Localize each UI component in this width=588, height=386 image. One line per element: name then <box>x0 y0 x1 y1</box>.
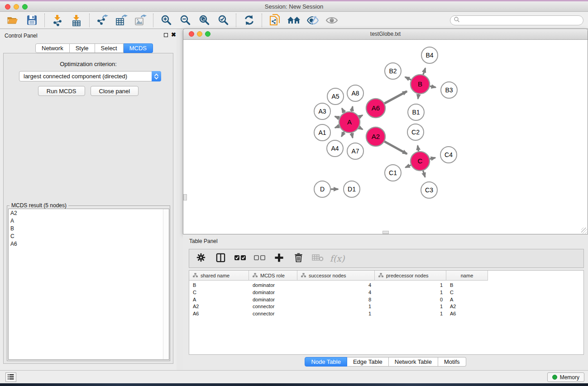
graph-node-C1[interactable]: C1 <box>385 165 401 181</box>
graph-node-A2[interactable]: A2 <box>366 127 385 146</box>
edge-A-A7[interactable] <box>352 133 353 138</box>
result-list-item[interactable]: A <box>9 217 169 224</box>
edge-A-A8[interactable] <box>352 106 353 111</box>
table-row-A2[interactable]: A2connector11A2 <box>189 303 488 310</box>
edge-C-C4[interactable] <box>430 158 435 159</box>
select-all-checks-button[interactable] <box>234 253 246 264</box>
import-table-button[interactable] <box>70 14 83 27</box>
graph-node-A6[interactable]: A6 <box>366 99 385 118</box>
open-file-button[interactable] <box>6 14 19 27</box>
network-graph[interactable]: B4B2BB3A5A8A6A3B1AC2A1A2A4A7CC4C1C3DD1 <box>183 40 588 234</box>
table-row-A6[interactable]: A6connector11A6 <box>189 310 488 318</box>
edge-A-A5[interactable] <box>342 108 344 113</box>
graph-node-C[interactable]: C <box>411 152 430 171</box>
result-list-item[interactable]: C <box>9 232 169 240</box>
graph-node-B3[interactable]: B3 <box>441 82 457 98</box>
add-column-plus-button[interactable] <box>273 253 285 264</box>
export-image-button[interactable] <box>134 14 147 27</box>
edge-C-C3[interactable] <box>423 171 425 177</box>
column-header-predecessor-nodes[interactable]: predecessor nodes <box>375 271 446 281</box>
horizontal-scrollbar-thumb[interactable] <box>382 231 389 234</box>
delete-trash-button[interactable] <box>292 253 304 264</box>
edge-A-A6[interactable] <box>359 115 363 117</box>
tab-node-table[interactable]: Node Table <box>305 357 347 367</box>
clear-selection-checks-button[interactable] <box>253 253 265 264</box>
tab-select[interactable]: Select <box>95 43 124 53</box>
graph-node-A8[interactable]: A8 <box>347 85 363 101</box>
column-header-name[interactable]: name <box>446 271 488 281</box>
column-header-shared-name[interactable]: shared name <box>189 271 249 281</box>
table-row-C[interactable]: Cdominator41C <box>189 289 488 296</box>
result-list-item[interactable]: B <box>9 224 169 232</box>
optimization-criterion-dropdown[interactable]: largest connected component (directed) <box>19 71 161 81</box>
graph-node-D[interactable]: D <box>314 181 330 197</box>
result-list-scrollbar[interactable] <box>163 209 169 359</box>
tab-motifs[interactable]: Motifs <box>438 357 466 367</box>
refresh-view-button[interactable] <box>243 14 255 27</box>
tab-mcds[interactable]: MCDS <box>124 43 153 53</box>
result-list-item[interactable]: A6 <box>9 240 169 248</box>
node-attribute-table[interactable]: shared nameMCDS rolesuccessor nodesprede… <box>189 270 584 355</box>
network-window-titlebar[interactable]: testGlobe.txt <box>183 29 588 40</box>
tab-edge-table[interactable]: Edge Table <box>347 357 389 367</box>
network-canvas[interactable]: B4B2BB3A5A8A6A3B1AC2A1A2A4A7CC4C1C3DD1 <box>183 40 588 234</box>
graph-node-A7[interactable]: A7 <box>347 143 363 159</box>
graph-node-A[interactable]: A <box>339 112 360 133</box>
table-settings-gear-button[interactable] <box>195 253 207 264</box>
close-panel-button[interactable]: Close panel <box>91 86 139 96</box>
vertical-scrollbar-thumb[interactable] <box>183 194 187 200</box>
tab-style[interactable]: Style <box>70 43 95 53</box>
zoom-selected-button[interactable] <box>217 14 229 27</box>
edge-A-A1[interactable] <box>335 126 339 128</box>
graph-node-A3[interactable]: A3 <box>314 103 330 119</box>
column-header-successor-nodes[interactable]: successor nodes <box>297 271 375 281</box>
graph-node-B4[interactable]: B4 <box>421 47 438 63</box>
graph-node-B2[interactable]: B2 <box>385 63 401 79</box>
run-mcds-button[interactable]: Run MCDS <box>38 86 85 96</box>
tab-network[interactable]: Network <box>35 43 70 53</box>
graph-node-C4[interactable]: C4 <box>440 147 457 163</box>
edge-A-A4[interactable] <box>341 132 344 137</box>
graph-node-D1[interactable]: D1 <box>344 181 360 197</box>
edge-A6-B[interactable] <box>384 91 407 104</box>
graph-node-A5[interactable]: A5 <box>327 88 344 105</box>
memory-button[interactable]: Memory <box>547 372 584 382</box>
graph-node-B1[interactable]: B1 <box>408 104 424 120</box>
column-header-MCDS-role[interactable]: MCDS role <box>249 271 297 281</box>
mcds-result-list[interactable]: A2ABCA6 <box>8 209 169 360</box>
edge-A-A3[interactable] <box>335 116 339 118</box>
result-list-item[interactable]: A2 <box>9 209 169 217</box>
close-panel-icon[interactable]: ✖ <box>171 31 176 38</box>
window-resize-grip[interactable] <box>581 228 587 234</box>
session-file-button[interactable] <box>268 14 281 27</box>
graph-node-A4[interactable]: A4 <box>327 140 343 157</box>
float-panel-icon[interactable] <box>164 33 168 37</box>
show-columns-button[interactable] <box>215 253 226 264</box>
edge-A-A2[interactable] <box>359 128 363 129</box>
main-titlebar[interactable]: Session: New Session <box>0 1 588 12</box>
edge-B-B1[interactable] <box>418 94 419 99</box>
edge-B-B3[interactable] <box>430 86 436 87</box>
eye-slash-button[interactable] <box>306 14 319 27</box>
export-table-button[interactable] <box>115 14 128 27</box>
graph-node-C2[interactable]: C2 <box>407 124 424 140</box>
tab-network-table[interactable]: Network Table <box>389 357 438 367</box>
graph-node-B[interactable]: B <box>411 75 430 94</box>
edge-A2-C[interactable] <box>384 142 407 154</box>
show-log-console-button[interactable] <box>5 372 16 382</box>
zoom-in-button[interactable] <box>160 14 172 27</box>
edge-C-C1[interactable] <box>406 165 411 167</box>
zoom-out-button[interactable] <box>179 14 191 27</box>
export-network-button[interactable] <box>96 14 109 27</box>
graph-node-C3[interactable]: C3 <box>421 182 437 198</box>
graph-node-A1[interactable]: A1 <box>314 124 330 141</box>
zoom-fit-button[interactable] <box>198 14 210 27</box>
eye-button[interactable] <box>325 14 338 27</box>
table-row-A[interactable]: Adominator80A <box>189 296 488 304</box>
table-row-B[interactable]: Bdominator41B <box>189 282 488 289</box>
homes-button[interactable] <box>287 14 300 27</box>
edge-B-B4[interactable] <box>423 68 425 75</box>
import-network-button[interactable] <box>51 14 64 27</box>
save-session-button[interactable] <box>25 14 38 27</box>
edge-C-C2[interactable] <box>418 146 419 152</box>
